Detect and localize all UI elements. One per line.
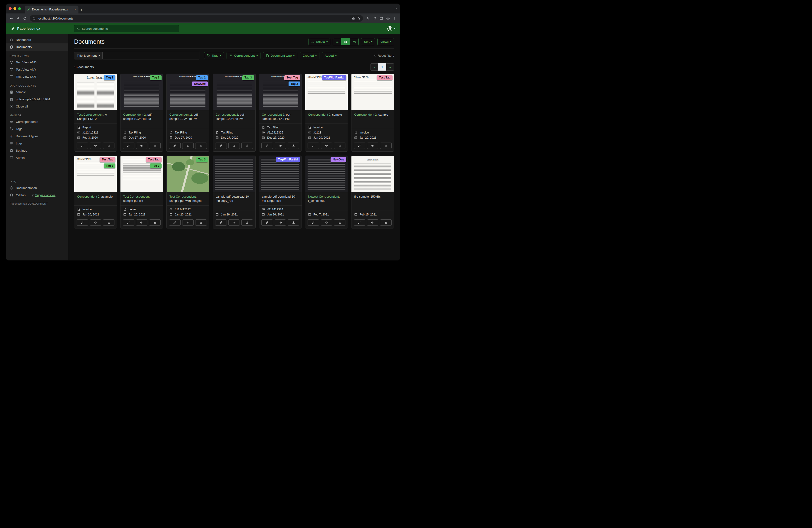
view-grid-button[interactable] — [341, 38, 350, 45]
tag-badge[interactable]: Test Tag — [284, 75, 300, 80]
extensions-icon[interactable] — [373, 17, 376, 20]
profile-icon[interactable] — [386, 17, 390, 20]
download-button[interactable] — [380, 143, 392, 149]
tag-badge[interactable]: Tag 2 — [104, 75, 115, 80]
sidebar-item-documents[interactable]: Documents — [6, 43, 68, 51]
address-bar[interactable]: localhost:4200/documents — [30, 15, 363, 22]
download-button[interactable] — [149, 219, 161, 226]
close-window-button[interactable] — [9, 7, 12, 10]
download-button[interactable] — [242, 143, 253, 149]
document-card[interactable]: sample-pdf-download-10-mb copy_red Jan 2… — [213, 156, 256, 228]
user-menu[interactable]: ▾ — [387, 26, 395, 32]
correspondent-link[interactable]: Correspondent 2 — [354, 113, 377, 116]
edit-button[interactable] — [354, 143, 365, 149]
filter-field-button[interactable]: Title & content ▾ — [74, 52, 103, 59]
view-table-button[interactable] — [333, 38, 342, 45]
download-button[interactable] — [103, 143, 114, 149]
document-card[interactable]: Lorem Ipsum Tag 2 Test Correspondent: A … — [74, 74, 117, 152]
view-button[interactable] — [367, 219, 379, 226]
download-button[interactable] — [334, 219, 345, 226]
document-card[interactable]: Lorem ipsum file-sample_150kBs Feb 15, 2… — [351, 156, 394, 228]
download-button[interactable] — [103, 219, 114, 226]
tag-badge[interactable]: Tag 2 — [196, 75, 208, 80]
view-button[interactable] — [90, 219, 101, 226]
view-button[interactable] — [229, 219, 240, 226]
tag-badge[interactable]: NewOne — [192, 82, 208, 87]
correspondent-link[interactable]: Test Correspondent — [123, 195, 149, 198]
document-thumbnail[interactable]: Tag 3 — [167, 156, 209, 192]
sidebar-item-tags[interactable]: Tags — [6, 125, 68, 132]
views-button[interactable]: Views ▾ — [377, 38, 394, 45]
tag-badge[interactable]: Test Tag — [377, 75, 393, 80]
sidebar-item-test-view-any[interactable]: Test View ANY — [6, 66, 68, 73]
document-thumbnail[interactable]: A Simple PDF File TagWithPartial — [305, 74, 348, 110]
document-card[interactable]: A Simple PDF File Test Tag Correspondent… — [351, 74, 394, 152]
download-button[interactable] — [288, 219, 299, 226]
document-card[interactable]: Adobe Acrobat PDF Files Tag 3 Correspond… — [213, 74, 256, 152]
edit-button[interactable] — [308, 219, 319, 226]
filter-tags-button[interactable]: Tags▾ — [204, 52, 224, 59]
correspondent-link[interactable]: Correspondent 2 — [170, 113, 192, 116]
maximize-window-button[interactable] — [18, 7, 21, 10]
view-button[interactable] — [275, 219, 286, 226]
browser-tab[interactable]: Documents - Paperless-ngx × — [25, 5, 78, 13]
prev-page-button[interactable]: « — [370, 63, 378, 71]
reset-filters-button[interactable]: Reset filters — [374, 54, 394, 57]
edit-button[interactable] — [169, 219, 180, 226]
edit-button[interactable] — [215, 219, 227, 226]
tag-badge[interactable]: Tag 3 — [150, 75, 162, 80]
search-input[interactable] — [82, 27, 176, 30]
tag-badge[interactable]: NewOne — [331, 157, 346, 162]
view-button[interactable] — [367, 143, 379, 149]
correspondent-link[interactable]: Test Correspondent — [170, 195, 196, 198]
download-button[interactable] — [242, 219, 253, 226]
sidebar-item-test-view-and[interactable]: Test View AND — [6, 59, 68, 66]
sidebar-item-document-types[interactable]: #Document types — [6, 132, 68, 140]
sort-button[interactable]: Sort ▾ — [361, 38, 375, 45]
document-card[interactable]: TagWithPartial sample-pdf-download-10-mb… — [259, 156, 302, 228]
next-page-button[interactable]: » — [386, 63, 394, 71]
sidebar-item-github[interactable]: GitHub Suggest an idea — [6, 191, 68, 199]
document-card[interactable]: NewOne Newest Correspondent: f_combineds… — [305, 156, 348, 228]
edit-button[interactable] — [261, 219, 273, 226]
view-button[interactable] — [275, 143, 286, 149]
sidebar-item-correspondents[interactable]: Correspondents — [6, 118, 68, 125]
tag-badge[interactable]: Tag 3 — [242, 75, 254, 80]
sidebar-item-documentation[interactable]: Documentation — [6, 184, 68, 191]
view-button[interactable] — [321, 143, 332, 149]
view-button[interactable] — [90, 143, 101, 149]
download-button[interactable] — [149, 143, 161, 149]
forward-button[interactable] — [16, 16, 20, 20]
tag-badge[interactable]: Test Tag — [100, 157, 115, 162]
edit-button[interactable] — [354, 219, 365, 226]
edit-button[interactable] — [77, 143, 88, 149]
view-button[interactable] — [229, 143, 240, 149]
filter-created-button[interactable]: Created▾ — [300, 52, 319, 59]
document-thumbnail[interactable]: A Simple PDF File Test TagTag 3 — [74, 156, 117, 192]
filter-correspondent-button[interactable]: Correspondent▾ — [227, 52, 260, 59]
tag-badge[interactable]: Tag 3 — [196, 157, 208, 162]
document-thumbnail[interactable]: Adobe Acrobat PDF Files Tag 3 — [213, 74, 255, 110]
document-card[interactable]: Adobe Acrobat PDF Files Tag 2NewOne Corr… — [166, 74, 209, 152]
document-thumbnail[interactable]: Lorem ipsum — [351, 156, 394, 192]
view-button[interactable] — [182, 219, 194, 226]
sidebar-item-settings[interactable]: Settings — [6, 147, 68, 154]
document-card[interactable]: A Simple PDF File Test TagTag 3 Correspo… — [74, 156, 117, 228]
view-cards-button[interactable] — [350, 38, 359, 45]
view-button[interactable] — [136, 219, 148, 226]
tag-badge[interactable]: Tag 3 — [150, 163, 162, 169]
suggest-idea-link[interactable]: Suggest an idea — [31, 194, 56, 197]
site-info-icon[interactable] — [32, 17, 36, 20]
edit-button[interactable] — [123, 143, 134, 149]
sidebar-item-dashboard[interactable]: Dashboard — [6, 36, 68, 43]
labs-icon[interactable] — [366, 17, 369, 20]
document-thumbnail[interactable]: NewOne — [305, 156, 348, 192]
tab-list-chevron-icon[interactable] — [394, 7, 397, 10]
document-card[interactable]: Adobe Acrobat PDF Files Tag 3 Correspond… — [120, 74, 163, 152]
edit-button[interactable] — [261, 143, 273, 149]
tag-badge[interactable]: Tag 2 — [289, 82, 300, 87]
edit-button[interactable] — [215, 143, 227, 149]
document-thumbnail[interactable] — [213, 156, 255, 192]
correspondent-link[interactable]: Test Correspondent — [77, 113, 103, 116]
side-panel-icon[interactable] — [379, 17, 383, 20]
